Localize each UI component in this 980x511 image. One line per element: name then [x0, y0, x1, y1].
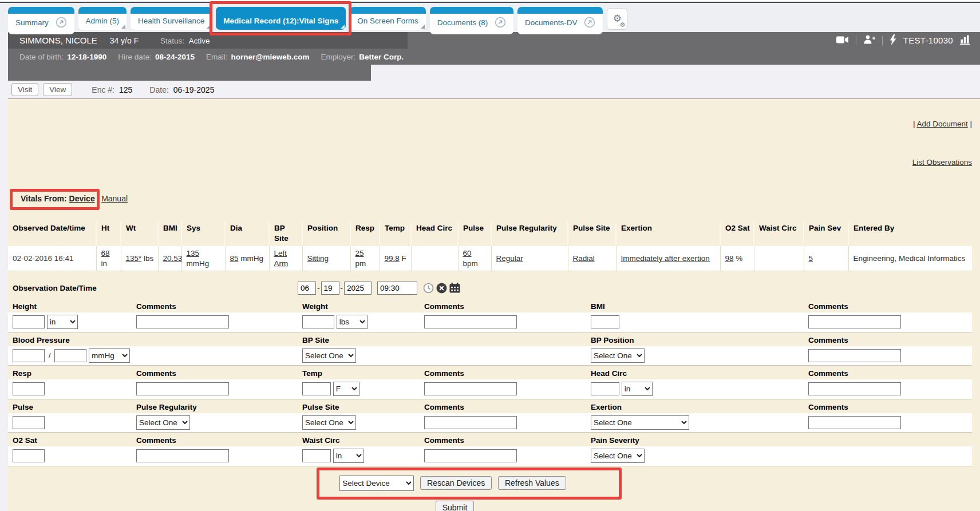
wt-link[interactable]: 135* [126, 254, 142, 263]
tab-fold-icon [121, 25, 125, 29]
tab-medical-record-vital-signs[interactable]: Medical Record (12):Vital Signs [216, 7, 346, 30]
weight-comments-input[interactable] [424, 315, 517, 328]
form-input-row: / mmHg Select One Select One [8, 346, 972, 366]
obs-time-input[interactable] [377, 282, 417, 295]
visit-button[interactable]: Visit [11, 83, 38, 96]
calendar-icon[interactable] [449, 283, 460, 293]
vitals-observations-table: Observed Date/time Ht Wt BMI Sys Dia BP … [8, 221, 972, 271]
clear-date-icon[interactable] [436, 283, 447, 294]
tab-admin-label: Admin (5) [86, 17, 120, 25]
head-circ-comments-input[interactable] [808, 382, 901, 395]
exertion-select[interactable]: Select One [591, 415, 689, 430]
vitals-from-device-link[interactable]: Device [69, 194, 95, 203]
video-camera-icon[interactable] [836, 36, 849, 45]
observation-datetime-row: Observation Date/Time - - [8, 279, 972, 296]
add-document-link[interactable]: Add Document [916, 120, 967, 128]
ht-link[interactable]: 68 [101, 249, 110, 258]
bp-comments-input[interactable] [808, 349, 901, 362]
tab-documents[interactable]: Documents (8) [430, 7, 513, 34]
comments-label: Comments [804, 299, 972, 312]
select-device-dropdown[interactable]: Select Device [339, 476, 414, 491]
col-entered-by: Entered By [848, 221, 972, 246]
height-input[interactable] [13, 315, 45, 328]
tab-health-surveillance[interactable]: Health Surveillance [131, 7, 212, 30]
bp-site-select[interactable]: Select One [302, 348, 356, 363]
obs-day-input[interactable] [321, 282, 339, 295]
pulse-comments-input[interactable] [424, 416, 517, 429]
submit-button[interactable]: Submit [436, 501, 475, 511]
status-label: Status: [160, 37, 184, 45]
cell-wt: 135* lbs [121, 246, 158, 271]
pulse-regularity-select[interactable]: Select One [136, 415, 190, 430]
form-input-row: Select One Select One Select One [8, 413, 972, 433]
tab-fold-icon [421, 25, 425, 29]
pulse-link[interactable]: 60 [463, 249, 472, 258]
bp-position-select[interactable]: Select One [591, 348, 645, 363]
bp-diastolic-input[interactable] [54, 349, 86, 362]
bmi-comments-input[interactable] [808, 315, 901, 328]
cell-observed: 02-02-2016 16:41 [8, 246, 96, 271]
bmi-link[interactable]: 20.53 [163, 254, 183, 263]
weight-input[interactable] [302, 315, 334, 328]
cell-resp: 25 pm [350, 246, 380, 271]
tab-fold-icon [207, 25, 211, 29]
pulse-site-select[interactable]: Select One [302, 415, 356, 430]
height-unit-select[interactable]: in [47, 315, 78, 329]
settings-gear-icon[interactable]: ⚙⚙ [607, 8, 627, 30]
waist-circ-unit-select[interactable]: in [333, 449, 364, 463]
resp-link[interactable]: 25 [355, 249, 364, 258]
resp-comments-input[interactable] [136, 382, 229, 395]
vitals-entry-form: Height Comments Weight Comments BMI Comm… [8, 299, 972, 466]
quick-action-bolt-icon[interactable] [890, 34, 896, 47]
tab-admin[interactable]: Admin (5) [78, 7, 127, 30]
pain-sev-link[interactable]: 5 [809, 254, 813, 263]
temp-comments-input[interactable] [424, 382, 517, 395]
bp-site-link[interactable]: Left Arm [274, 249, 289, 268]
bmi-input[interactable] [591, 315, 619, 328]
obs-year-input[interactable] [344, 282, 372, 295]
waist-circ-input[interactable] [302, 449, 331, 462]
list-observations-link[interactable]: List Observations [912, 158, 972, 167]
temp-link[interactable]: 99.8 [385, 254, 400, 263]
open-in-new-icon[interactable] [495, 17, 506, 30]
vitals-from-manual-link[interactable]: Manual [101, 194, 128, 203]
pulse-input[interactable] [13, 416, 45, 429]
open-in-new-icon[interactable] [584, 17, 595, 30]
tab-summary[interactable]: Summary [8, 7, 74, 34]
resp-input[interactable] [13, 382, 45, 395]
bp-systolic-input[interactable] [13, 349, 45, 362]
obs-month-input[interactable] [298, 282, 316, 295]
col-pulse: Pulse [458, 221, 491, 246]
tab-on-screen-forms[interactable]: On Screen Forms [350, 7, 426, 30]
head-circ-input[interactable] [591, 382, 619, 395]
waist-circ-comments-input[interactable] [424, 449, 517, 462]
temp-input[interactable] [302, 382, 331, 395]
temp-unit-select[interactable]: F [333, 382, 359, 396]
pain-severity-select[interactable]: Select One [591, 449, 645, 463]
exertion-comments-input[interactable] [808, 416, 901, 429]
position-link[interactable]: Sitting [307, 254, 329, 263]
o2-sat-comments-input[interactable] [136, 449, 229, 462]
flowsheet-chart-icon[interactable] [960, 35, 972, 46]
clock-icon[interactable] [423, 283, 434, 294]
o2-sat-link[interactable]: 98 [725, 254, 734, 263]
rescan-devices-button[interactable]: Rescan Devices [420, 476, 492, 490]
exertion-link[interactable]: Immediately after exertion [621, 254, 710, 263]
sys-link[interactable]: 135 [187, 249, 200, 258]
pulse-site-link[interactable]: Radial [573, 254, 595, 263]
divider [882, 36, 883, 45]
open-in-new-icon[interactable] [56, 17, 67, 30]
weight-unit-select[interactable]: lbs [337, 315, 368, 329]
o2-sat-input[interactable] [13, 449, 45, 462]
tab-documents-dv[interactable]: Documents-DV [517, 7, 603, 34]
hire-date-value: 08-24-2015 [155, 53, 195, 61]
add-person-icon[interactable] [863, 35, 875, 46]
refresh-values-button[interactable]: Refresh Values [498, 476, 566, 490]
comments-label: Comments [420, 433, 586, 447]
pulse-regularity-link[interactable]: Regular [496, 254, 523, 263]
dia-link[interactable]: 85 [230, 254, 239, 263]
head-circ-unit-select[interactable]: in [622, 382, 653, 396]
bp-unit-select[interactable]: mmHg [89, 348, 130, 363]
view-button[interactable]: View [43, 83, 72, 96]
height-comments-input[interactable] [136, 315, 229, 328]
